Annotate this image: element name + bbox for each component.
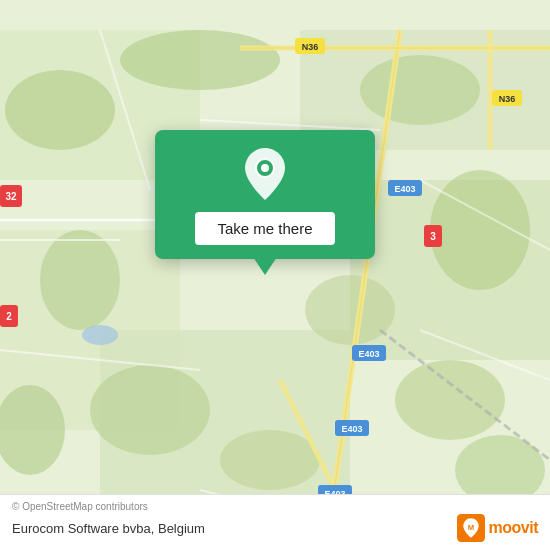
svg-point-12 (90, 365, 210, 455)
bottom-row: Eurocom Software bvba, Belgium M moovit (12, 514, 538, 542)
svg-point-8 (360, 55, 480, 125)
svg-point-17 (82, 325, 118, 345)
svg-point-9 (430, 170, 530, 290)
svg-text:E403: E403 (341, 424, 362, 434)
location-icon-wrapper (239, 148, 291, 200)
svg-point-6 (5, 70, 115, 150)
svg-point-52 (261, 164, 269, 172)
popup-card: Take me there (155, 130, 375, 259)
svg-text:N36: N36 (499, 94, 516, 104)
svg-text:2: 2 (6, 311, 12, 322)
svg-text:3: 3 (430, 231, 436, 242)
map-background: N36 N36 E403 E403 E403 E403 32 2 3 (0, 0, 550, 550)
svg-point-10 (305, 275, 395, 345)
svg-point-11 (40, 230, 120, 330)
svg-text:M: M (467, 523, 473, 532)
location-pin-icon (241, 146, 289, 202)
svg-text:E403: E403 (394, 184, 415, 194)
moovit-logo: M moovit (457, 514, 538, 542)
business-name: Eurocom Software bvba, Belgium (12, 521, 205, 536)
svg-text:N36: N36 (302, 42, 319, 52)
svg-text:E403: E403 (358, 349, 379, 359)
take-me-there-button[interactable]: Take me there (195, 212, 334, 245)
svg-point-13 (395, 360, 505, 440)
attribution-text: © OpenStreetMap contributors (12, 501, 538, 512)
moovit-icon: M (457, 514, 485, 542)
svg-point-7 (120, 30, 280, 90)
svg-text:32: 32 (5, 191, 17, 202)
map-container: N36 N36 E403 E403 E403 E403 32 2 3 (0, 0, 550, 550)
svg-point-16 (220, 430, 320, 490)
moovit-text: moovit (489, 519, 538, 537)
bottom-bar: © OpenStreetMap contributors Eurocom Sof… (0, 494, 550, 550)
